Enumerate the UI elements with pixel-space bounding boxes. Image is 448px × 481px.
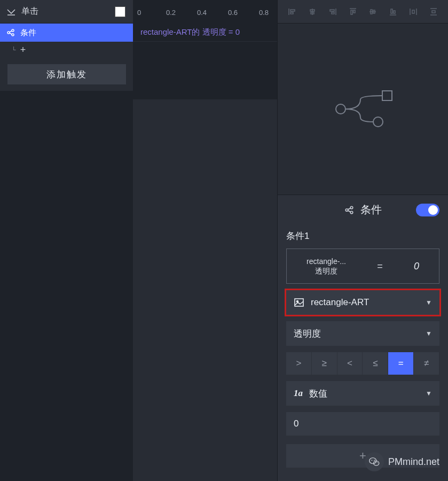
distribute-h-icon[interactable] xyxy=(408,6,419,17)
ruler-tick: 0.2 xyxy=(166,9,176,17)
alignment-toolbar xyxy=(278,0,448,24)
align-center-v-icon[interactable] xyxy=(367,6,378,17)
property-label: 透明度 xyxy=(294,328,321,340)
align-top-icon[interactable] xyxy=(348,6,358,17)
color-swatch[interactable] xyxy=(115,6,125,17)
expr-operator: = xyxy=(377,261,383,272)
align-bottom-icon[interactable] xyxy=(388,6,398,17)
type-label: 数值 xyxy=(309,387,327,400)
type-prefix: 1a xyxy=(294,388,303,399)
condition-body: 条件1 rectangle-... 透明度 = 0 rectangle-ART … xyxy=(278,224,448,444)
op-eq[interactable]: = xyxy=(388,352,413,375)
share-icon xyxy=(344,205,354,215)
ruler-tick: 0.6 xyxy=(228,9,238,17)
share-icon xyxy=(6,28,15,37)
tree-connector-icon: └ xyxy=(12,46,16,53)
target-label: rectangle-ART xyxy=(311,297,369,308)
op-lte[interactable]: ≤ xyxy=(363,352,388,375)
align-right-icon[interactable] xyxy=(327,6,338,17)
watermark-text: PMmind.net xyxy=(388,456,439,468)
svg-point-13 xyxy=(371,460,372,461)
op-neq[interactable]: ≠ xyxy=(414,352,439,375)
distribute-v-icon[interactable] xyxy=(428,6,439,17)
click-icon xyxy=(6,7,16,17)
chevron-down-icon: ▼ xyxy=(426,390,432,397)
expr-left: rectangle-... 透明度 xyxy=(306,257,346,276)
condition-row[interactable]: 条件 xyxy=(0,24,133,42)
svg-rect-4 xyxy=(382,91,392,100)
svg-point-15 xyxy=(375,462,375,463)
value-input[interactable] xyxy=(286,412,439,436)
svg-point-8 xyxy=(350,211,353,214)
formula-bar: rectangle-ART的 透明度 = 0 xyxy=(133,24,277,42)
wechat-icon xyxy=(365,452,384,471)
add-trigger-button[interactable]: 添加触发 xyxy=(7,64,126,84)
condition-section-header: 条件 xyxy=(278,195,448,224)
timeline-panel: 0 0.2 0.4 0.6 0.8 rectangle-ART的 透明度 = 0 xyxy=(133,0,277,481)
ruler: 0 0.2 0.4 0.6 0.8 xyxy=(133,0,277,24)
svg-point-3 xyxy=(336,104,345,114)
operator-row: > ≥ < ≤ = ≠ xyxy=(286,352,439,375)
svg-point-5 xyxy=(373,117,383,127)
trigger-row[interactable]: 单击 xyxy=(0,0,133,24)
svg-point-16 xyxy=(377,462,378,463)
image-icon xyxy=(294,297,304,308)
align-center-h-icon[interactable] xyxy=(307,6,318,17)
watermark: PMmind.net xyxy=(365,452,439,471)
inspector-panel: 条件 条件1 rectangle-... 透明度 = 0 rectangle-A… xyxy=(277,0,448,481)
flow-preview xyxy=(278,24,448,195)
ruler-tick: 0.4 xyxy=(197,9,207,17)
ruler-tick: 0.8 xyxy=(259,9,269,17)
svg-point-6 xyxy=(345,208,348,211)
op-gt[interactable]: > xyxy=(286,352,311,375)
plus-icon: + xyxy=(20,44,26,56)
section-title: 条件 xyxy=(360,203,382,217)
chevron-down-icon: ▼ xyxy=(426,299,432,306)
svg-point-7 xyxy=(350,206,353,209)
trigger-label: 单击 xyxy=(21,6,38,17)
flow-graph-icon xyxy=(331,88,395,130)
condition-index-label: 条件1 xyxy=(286,230,439,242)
add-child-row[interactable]: └ + xyxy=(0,42,133,58)
left-panel: 单击 条件 └ + 添加触发 xyxy=(0,0,133,481)
property-dropdown[interactable]: 透明度 ▼ xyxy=(286,321,439,346)
ruler-tick: 0 xyxy=(137,9,141,17)
svg-point-0 xyxy=(7,32,10,34)
svg-point-14 xyxy=(374,460,375,461)
enabled-toggle[interactable] xyxy=(416,204,439,216)
op-gte[interactable]: ≥ xyxy=(312,352,337,375)
svg-point-1 xyxy=(12,29,14,32)
canvas-area[interactable] xyxy=(133,99,277,481)
op-lt[interactable]: < xyxy=(337,352,363,375)
value-type-dropdown[interactable]: 1a 数值 ▼ xyxy=(286,381,439,406)
align-left-icon[interactable] xyxy=(287,6,297,17)
chevron-down-icon: ▼ xyxy=(426,330,432,337)
condition-label: 条件 xyxy=(20,28,36,38)
expr-value: 0 xyxy=(414,261,419,272)
expression-summary[interactable]: rectangle-... 透明度 = 0 xyxy=(286,249,439,284)
svg-point-2 xyxy=(12,34,14,36)
target-dropdown[interactable]: rectangle-ART ▼ xyxy=(286,290,439,315)
